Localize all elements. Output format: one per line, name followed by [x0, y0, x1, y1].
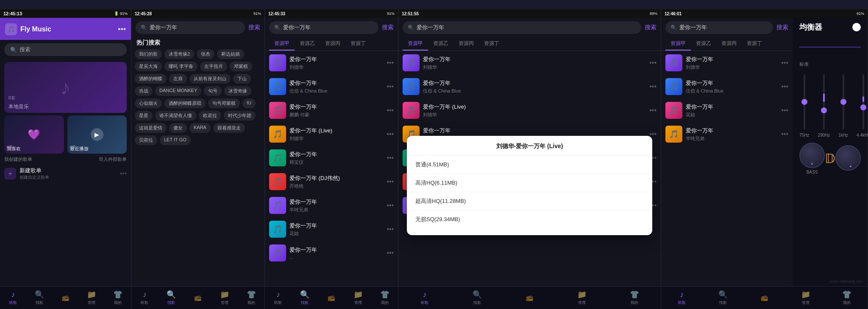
- hot-tag-item[interactable]: 星辰大海: [135, 62, 162, 71]
- song-row[interactable]: 🎵 爱你一万年 刘德华 •••: [398, 51, 661, 75]
- hot-tag-item[interactable]: 贝荷拉: [135, 135, 157, 145]
- eq-slider-thumb[interactable]: [821, 107, 827, 113]
- hot-tag-item[interactable]: IU: [242, 98, 256, 108]
- tab-3-2[interactable]: 资源丙: [320, 37, 345, 51]
- nav3-manage[interactable]: 📁 管理: [345, 288, 371, 307]
- song-row[interactable]: 🎵 爱你一万年 (Live) 刘德华 •••: [265, 122, 398, 146]
- eq-slider-track[interactable]: [843, 74, 844, 129]
- nav4-fm[interactable]: 📻: [504, 292, 556, 303]
- song-row[interactable]: 🎵 爱你一万年 刘德华 •••: [265, 51, 398, 75]
- song-more-button[interactable]: •••: [387, 107, 394, 114]
- local-music-banner[interactable]: ♪ 本地音乐 0首: [4, 62, 127, 113]
- song-row[interactable]: 🎵 爱你一万年 伍佰 & China Blue •••: [265, 75, 398, 98]
- song-row[interactable]: 🎵 爱你一万年 伍佰 & China Blue •••: [398, 75, 661, 98]
- nav5-fm[interactable]: 📻: [744, 292, 785, 303]
- hot-tag-item[interactable]: 张杰: [197, 49, 214, 59]
- hot-tag-item[interactable]: LET IT GO: [160, 135, 191, 145]
- eq-slider-thumb[interactable]: [801, 99, 807, 105]
- search-button-5[interactable]: 搜索: [776, 24, 788, 31]
- search-input-2[interactable]: 🔍 爱你一万年: [136, 21, 245, 34]
- song-more-button[interactable]: •••: [781, 83, 788, 90]
- nav2-listen[interactable]: ♪ 听歌: [131, 289, 158, 307]
- nav5-listen[interactable]: ♪ 听歌: [661, 289, 702, 307]
- song-row[interactable]: 🎵 爱你一万年 半吨兄弟 •••: [265, 194, 398, 217]
- hot-tag-item[interactable]: 左肩: [169, 74, 187, 84]
- song-more-button[interactable]: •••: [781, 130, 788, 138]
- treble-knob[interactable]: [835, 145, 861, 171]
- eq-slider-thumb[interactable]: [840, 99, 846, 105]
- song-more-button[interactable]: •••: [649, 83, 657, 90]
- recent-playlist[interactable]: ▶ 最近播放 0首: [67, 115, 127, 154]
- song-more-button[interactable]: •••: [387, 225, 394, 233]
- hot-tag-item[interactable]: 谁不渴望有人懂: [155, 111, 196, 121]
- hot-tag-item[interactable]: 酒醉的蝴蝶原唱: [164, 98, 206, 108]
- song-more-button[interactable]: •••: [649, 59, 657, 67]
- hot-tag-item[interactable]: 跟着感觉走: [213, 123, 245, 133]
- tab-4-0[interactable]: 资源甲: [403, 37, 428, 51]
- song-more-button[interactable]: •••: [781, 107, 788, 114]
- eq-slider-track[interactable]: [862, 74, 864, 129]
- hot-tag-item[interactable]: KARA: [189, 123, 211, 133]
- song-more-button[interactable]: •••: [387, 178, 394, 185]
- tab-4-1[interactable]: 资源乙: [428, 37, 453, 51]
- song-row[interactable]: 🎵 爱你一万年 韩宝仪 •••: [265, 146, 398, 170]
- eq-slider-track[interactable]: [823, 74, 825, 129]
- quality-option-2[interactable]: 超高清HQ(11.28MB): [407, 192, 652, 211]
- hot-tag-item[interactable]: 句号: [204, 86, 222, 96]
- nav5-mine[interactable]: 👕 我的: [826, 288, 868, 307]
- new-playlist-button[interactable]: ＋ 新建歌单 创建自定义歌单 •••: [0, 164, 131, 183]
- song-more-button[interactable]: •••: [387, 249, 394, 257]
- tab-5-1[interactable]: 资源乙: [691, 37, 716, 51]
- nav4-listen[interactable]: ♪ 听歌: [398, 289, 451, 307]
- hot-tag-item[interactable]: 肖战: [135, 86, 153, 96]
- nav3-fm[interactable]: 📻: [318, 292, 345, 303]
- hot-tag-item[interactable]: 左手指月: [200, 62, 227, 71]
- nav-manage[interactable]: 📁 管理: [78, 288, 105, 307]
- hot-tag-item[interactable]: 酒醉的蝴蝶: [135, 74, 167, 84]
- song-more-button[interactable]: •••: [781, 59, 788, 67]
- hot-tag-item[interactable]: 邓紫棋: [230, 62, 252, 71]
- search-button-4[interactable]: 搜索: [645, 24, 657, 31]
- song-row[interactable]: 🎵 爱你一万年 (DJ伟然) 乔艳艳 •••: [265, 170, 398, 194]
- song-more-button[interactable]: •••: [387, 202, 394, 209]
- nav2-manage[interactable]: 📁 管理: [211, 288, 238, 307]
- song-more-button[interactable]: •••: [387, 154, 394, 162]
- eq-slider-track[interactable]: [804, 74, 805, 129]
- song-more-button[interactable]: •••: [649, 107, 657, 114]
- song-more-button[interactable]: •••: [387, 130, 394, 138]
- nav-mine[interactable]: 👕 我的: [105, 288, 131, 307]
- hot-tag-item[interactable]: 哪吒 李宇春: [164, 62, 198, 71]
- hot-tag-item[interactable]: 下山: [233, 74, 251, 84]
- tab-5-3[interactable]: 资源丁: [742, 37, 767, 51]
- nav-find[interactable]: 🔍 找歌: [26, 288, 53, 307]
- tab-3-3[interactable]: 资源丁: [345, 37, 371, 51]
- tab-3-1[interactable]: 资源乙: [295, 37, 320, 51]
- nav3-mine[interactable]: 👕 我的: [371, 288, 398, 307]
- search-input-5[interactable]: 🔍 爱你一万年: [665, 21, 773, 34]
- nav4-mine[interactable]: 👕 我的: [608, 288, 661, 307]
- favorites-playlist[interactable]: 💜 我喜欢 0首: [4, 115, 64, 154]
- hot-tag-item[interactable]: 这就是爱情: [135, 123, 167, 133]
- hot-tag-item[interactable]: 我们的歌: [135, 49, 162, 59]
- eq-toggle[interactable]: [852, 23, 861, 31]
- song-row[interactable]: 🎵 爱你一万年 ... •••: [265, 241, 398, 265]
- hot-tag-item[interactable]: 冰雪奇缘: [224, 86, 251, 96]
- nav2-fm[interactable]: 📻: [185, 292, 211, 303]
- search-input-4[interactable]: 🔍 爱你一万年: [403, 21, 641, 34]
- nav5-manage[interactable]: 📁 管理: [785, 288, 826, 307]
- nav2-mine[interactable]: 👕 我的: [238, 288, 264, 307]
- song-row[interactable]: 🎵 爱你一万年 刘德华 •••: [661, 51, 793, 75]
- hot-tag-item[interactable]: 句号邓紫棋: [208, 98, 240, 108]
- search-input-3[interactable]: 🔍 爱你一万年: [269, 21, 378, 34]
- nav5-find[interactable]: 🔍 找歌: [702, 288, 743, 307]
- tab-5-0[interactable]: 资源甲: [665, 37, 691, 51]
- song-row[interactable]: 🎵 爱你一万年 半吨兄弟 •••: [661, 122, 793, 146]
- tab-5-2[interactable]: 资源丙: [716, 37, 742, 51]
- song-row[interactable]: 🎵 爱你一万年 花姐 •••: [265, 217, 398, 241]
- nav3-find[interactable]: 🔍 找歌: [292, 288, 318, 307]
- song-more-button[interactable]: •••: [387, 59, 394, 67]
- hot-tag-item[interactable]: 时代少年团: [224, 111, 256, 121]
- hot-tag-item[interactable]: 桥边姑娘: [217, 49, 244, 59]
- nav-fm[interactable]: 📻: [53, 292, 79, 303]
- hot-tag-item[interactable]: 冰雪奇缘2: [164, 49, 194, 59]
